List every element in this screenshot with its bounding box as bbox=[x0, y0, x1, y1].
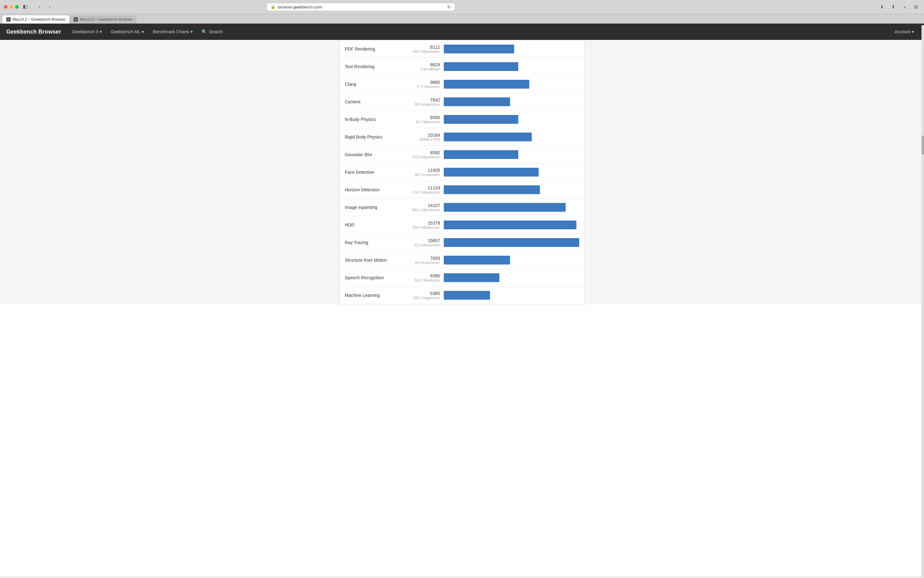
bench-name-col: Image Inpainting bbox=[345, 205, 403, 210]
tab-2-title: Mac14,2 – Geekbench Browser bbox=[80, 17, 133, 22]
chevron-down-icon: ▾ bbox=[142, 29, 144, 34]
tab-overview-button[interactable]: ⊞ bbox=[911, 3, 920, 11]
tab-bar: G Mac14,2 – Geekbench Browser G Mac14,2 … bbox=[0, 14, 924, 24]
bench-name-col: Structure from Motion bbox=[345, 258, 403, 263]
benchmark-row: Text Rendering 8629 2.68 MB/sec bbox=[340, 58, 584, 75]
bench-score: 7693 bbox=[403, 256, 440, 261]
bench-bar-col bbox=[444, 168, 579, 177]
bench-bar-col bbox=[444, 80, 579, 89]
bench-bar-track bbox=[444, 133, 579, 141]
nav-geekbench-ml[interactable]: Geekbench ML ▾ bbox=[107, 27, 148, 37]
bench-score: 9880 bbox=[403, 80, 440, 85]
bench-unit: 204.3 Words/sec bbox=[403, 278, 440, 282]
bench-unit: 472.3 Mpixels/sec bbox=[403, 155, 440, 159]
bench-name-col: PDF Rendering bbox=[345, 47, 403, 52]
close-button[interactable] bbox=[4, 5, 8, 9]
main-content: PDF Rendering 8112 440.2 Mpixels/sec Tex… bbox=[0, 40, 924, 304]
bench-bar-fill bbox=[444, 256, 510, 265]
bench-bar-track bbox=[444, 221, 579, 229]
forward-button[interactable]: › bbox=[45, 3, 54, 11]
bench-bar-track bbox=[444, 168, 579, 177]
bench-bar-track bbox=[444, 45, 579, 54]
chevron-down-icon: ▾ bbox=[100, 29, 102, 34]
bench-bar-col bbox=[444, 62, 579, 71]
bench-bar-track bbox=[444, 256, 579, 265]
bench-score: 10164 bbox=[403, 133, 440, 138]
benchmark-row: Ray Tracing 15657 12.6 Mpixels/sec bbox=[340, 234, 584, 251]
bench-name: Face Detection bbox=[345, 170, 374, 175]
scrollbar-thumb[interactable] bbox=[921, 136, 924, 154]
bench-unit: 208.1 images/sec bbox=[403, 296, 440, 300]
bench-bar-col bbox=[444, 97, 579, 106]
bench-bar-track bbox=[444, 273, 579, 282]
reload-button[interactable]: ↻ bbox=[447, 5, 451, 10]
sidebar-toggle-button[interactable] bbox=[21, 3, 30, 11]
tab-1[interactable]: G Mac14,2 – Geekbench Browser bbox=[3, 15, 69, 24]
bench-name-col: N-Body Physics bbox=[345, 117, 403, 122]
bench-bar-fill bbox=[444, 62, 518, 71]
bench-bar-col bbox=[444, 256, 579, 265]
bench-score: 15657 bbox=[403, 238, 440, 243]
nav-benchmark-charts[interactable]: Benchmark Charts ▾ bbox=[149, 27, 197, 37]
nav-account[interactable]: Account ▾ bbox=[891, 27, 918, 37]
chevron-down-icon: ▾ bbox=[190, 29, 193, 34]
bench-bar-fill bbox=[444, 115, 518, 124]
bench-unit: 440.2 Mpixels/sec bbox=[403, 50, 440, 54]
benchmark-row: Horizon Detection 11124 274.2 Mpixels/se… bbox=[340, 181, 584, 198]
bench-bar-track bbox=[444, 62, 579, 71]
bench-score-col: 14107 692.1 Mpixels/sec bbox=[403, 203, 444, 212]
bench-bar-fill bbox=[444, 150, 518, 159]
maximize-button[interactable] bbox=[15, 5, 19, 9]
bench-score: 11124 bbox=[403, 185, 440, 190]
bench-score: 8592 bbox=[403, 150, 440, 155]
bench-name-col: Face Detection bbox=[345, 170, 403, 175]
bench-name-col: Speech Recognition bbox=[345, 275, 403, 280]
benchmark-row: PDF Rendering 8112 440.2 Mpixels/sec bbox=[340, 40, 584, 58]
tab-2[interactable]: G Mac14,2 – Geekbench Browser bbox=[70, 15, 137, 24]
bench-score-col: 8590 10.7 Mpairs/sec bbox=[403, 115, 444, 124]
nav-geekbench5[interactable]: Geekbench 5 ▾ bbox=[68, 27, 106, 37]
bench-score-col: 15657 12.6 Mpixels/sec bbox=[403, 238, 444, 247]
new-tab-button[interactable]: + bbox=[900, 3, 909, 11]
bench-score: 11005 bbox=[403, 168, 440, 173]
bench-name: Clang bbox=[345, 82, 356, 87]
bench-name: N-Body Physics bbox=[345, 117, 376, 122]
minimize-button[interactable] bbox=[10, 5, 13, 9]
bench-name-col: Horizon Detection bbox=[345, 187, 403, 192]
bench-unit: 2.68 MB/sec bbox=[403, 67, 440, 71]
bench-score-col: 11124 274.2 Mpixels/sec bbox=[403, 185, 444, 194]
bench-unit: 12.6 Mpixels/sec bbox=[403, 243, 440, 247]
address-bar[interactable]: 🔒 browser.geekbench.com ↻ bbox=[267, 3, 455, 11]
nav-search[interactable]: 🔍 Search bbox=[198, 27, 226, 37]
site-logo[interactable]: Geekbench Browser bbox=[6, 29, 61, 35]
bench-score-col: 7642 88.6 images/sec bbox=[403, 97, 444, 106]
bench-unit: 10.7 Mpairs/sec bbox=[403, 120, 440, 124]
benchmark-row: Machine Learning 5385 208.1 images/sec bbox=[340, 286, 584, 304]
bench-unit: 84.7 images/sec bbox=[403, 173, 440, 177]
bench-name: Ray Tracing bbox=[345, 240, 368, 245]
bench-name: Image Inpainting bbox=[345, 205, 377, 210]
site-content: Geekbench Browser Geekbench 5 ▾ Geekbenc… bbox=[0, 24, 924, 576]
bench-bar-track bbox=[444, 291, 579, 300]
bench-name-col: Machine Learning bbox=[345, 293, 403, 298]
bench-bar-col bbox=[444, 238, 579, 247]
bench-bar-fill bbox=[444, 273, 499, 282]
share-button[interactable]: ⬆ bbox=[889, 3, 898, 11]
bench-score-col: 8629 2.68 MB/sec bbox=[403, 62, 444, 71]
bench-bar-track bbox=[444, 80, 579, 89]
bench-score-col: 8592 472.3 Mpixels/sec bbox=[403, 150, 444, 159]
bench-bar-col bbox=[444, 185, 579, 194]
downloads-button[interactable]: ⬇ bbox=[877, 3, 886, 11]
bench-name: Machine Learning bbox=[345, 293, 380, 298]
benchmark-table: PDF Rendering 8112 440.2 Mpixels/sec Tex… bbox=[340, 40, 584, 304]
bench-bar-track bbox=[444, 185, 579, 194]
bench-score: 14107 bbox=[403, 203, 440, 208]
bench-bar-track bbox=[444, 150, 579, 159]
browser-actions: ⬇ ⬆ + ⊞ bbox=[877, 3, 920, 11]
lock-icon: 🔒 bbox=[271, 5, 275, 9]
back-button[interactable]: ‹ bbox=[35, 3, 44, 11]
scrollbar-track[interactable] bbox=[921, 25, 924, 576]
bench-bar-col bbox=[444, 273, 579, 282]
bench-bar-track bbox=[444, 238, 579, 247]
bench-unit: 68.9 Kpixels/sec bbox=[403, 261, 440, 265]
